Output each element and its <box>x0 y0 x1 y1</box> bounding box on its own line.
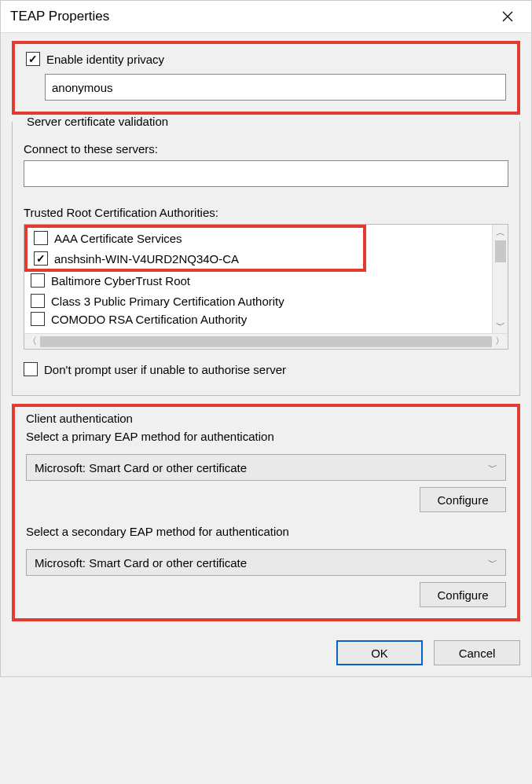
ca-checkbox[interactable] <box>31 312 45 326</box>
dont-prompt-label: Don't prompt user if unable to authorise… <box>44 363 286 376</box>
enable-identity-privacy-row: Enable identity privacy <box>26 52 506 66</box>
ca-name: COMODO RSA Certification Authority <box>51 313 247 326</box>
scrollbar-thumb[interactable] <box>40 336 492 347</box>
primary-eap-value: Microsoft: Smart Card or other certifica… <box>35 461 247 474</box>
highlight-identity-privacy: Enable identity privacy <box>12 41 520 115</box>
enable-identity-privacy-label: Enable identity privacy <box>46 53 164 66</box>
scroll-left-icon[interactable]: 〈 <box>24 334 40 349</box>
cancel-button[interactable]: Cancel <box>434 640 520 665</box>
ca-name: Baltimore CyberTrust Root <box>51 274 190 288</box>
chevron-down-icon: ﹀ <box>488 461 497 474</box>
ca-item[interactable]: AAA Certificate Services <box>28 228 363 248</box>
ca-item[interactable]: Baltimore CyberTrust Root <box>24 270 492 291</box>
ca-checkbox[interactable] <box>31 273 45 288</box>
close-icon <box>502 11 513 22</box>
identity-privacy-input[interactable] <box>45 74 506 101</box>
ca-item[interactable]: anshsinh-WIN-V4URD2NQ34O-CA <box>28 248 363 269</box>
trusted-roots-label: Trusted Root Certification Authorities: <box>24 206 508 219</box>
ca-checkbox[interactable] <box>31 294 45 308</box>
client-authentication-group: Client authentication Select a primary E… <box>15 407 517 618</box>
connect-servers-label: Connect to these servers: <box>24 142 508 156</box>
ca-item[interactable]: Class 3 Public Primary Certification Aut… <box>24 291 492 311</box>
enable-identity-privacy-checkbox[interactable] <box>26 52 40 66</box>
dialog-footer: OK Cancel <box>1 632 531 676</box>
titlebar: TEAP Properties <box>1 1 531 33</box>
ca-checkbox[interactable] <box>34 251 48 266</box>
scroll-up-icon[interactable]: ︿ <box>493 225 508 240</box>
client-auth-legend: Client authentication <box>26 412 506 425</box>
configure-secondary-button[interactable]: Configure <box>420 582 506 607</box>
ca-name: AAA Certificate Services <box>54 232 182 245</box>
chevron-down-icon: ﹀ <box>488 556 497 570</box>
ok-button[interactable]: OK <box>336 640 423 665</box>
connect-servers-input[interactable] <box>24 160 508 187</box>
highlight-ca-selection: AAA Certificate Services anshsinh-WIN-V4… <box>24 225 366 272</box>
trusted-roots-listbox: AAA Certificate Services anshsinh-WIN-V4… <box>24 224 508 350</box>
dialog-content: Enable identity privacy Server certifica… <box>1 33 531 632</box>
primary-eap-label: Select a primary EAP method for authenti… <box>26 430 506 443</box>
window-title: TEAP Properties <box>10 9 109 24</box>
dont-prompt-checkbox[interactable] <box>24 362 38 376</box>
ca-checkbox[interactable] <box>34 231 48 245</box>
server-validation-legend: Server certificate validation <box>24 115 171 128</box>
ca-list[interactable]: AAA Certificate Services anshsinh-WIN-V4… <box>24 225 492 333</box>
scroll-down-icon[interactable]: ﹀ <box>493 317 508 333</box>
server-certificate-validation-group: Server certificate validation Connect to… <box>12 115 520 396</box>
highlight-client-authentication: Client authentication Select a primary E… <box>12 404 520 621</box>
dont-prompt-row: Don't prompt user if unable to authorise… <box>24 362 508 376</box>
secondary-eap-label: Select a secondary EAP method for authen… <box>26 525 506 538</box>
scroll-right-icon[interactable]: 〉 <box>492 334 508 349</box>
primary-eap-dropdown[interactable]: Microsoft: Smart Card or other certifica… <box>26 454 506 481</box>
ca-name: Class 3 Public Primary Certification Aut… <box>51 295 284 308</box>
teap-properties-dialog: TEAP Properties Enable identity privacy … <box>0 0 532 677</box>
vertical-scrollbar[interactable]: ︿ ﹀ <box>492 225 508 333</box>
secondary-eap-value: Microsoft: Smart Card or other certifica… <box>35 556 247 570</box>
close-button[interactable] <box>492 5 523 27</box>
scrollbar-thumb[interactable] <box>495 240 506 262</box>
ca-name: anshsinh-WIN-V4URD2NQ34O-CA <box>54 252 239 266</box>
secondary-eap-dropdown[interactable]: Microsoft: Smart Card or other certifica… <box>26 549 506 576</box>
configure-primary-button[interactable]: Configure <box>420 487 506 512</box>
horizontal-scrollbar[interactable]: 〈 〉 <box>24 333 508 349</box>
ca-item[interactable]: COMODO RSA Certification Authority <box>24 311 492 327</box>
